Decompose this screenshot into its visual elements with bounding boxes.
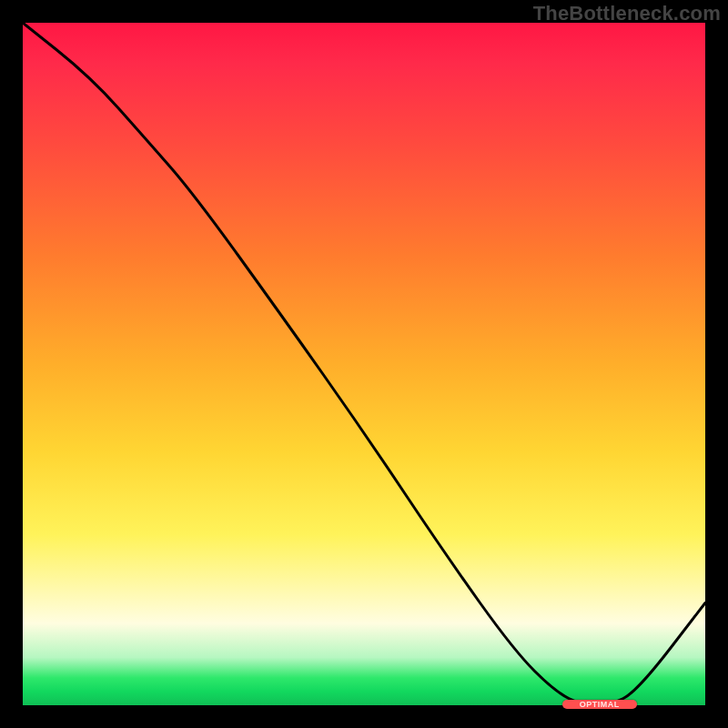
plot-area: OPTIMAL: [23, 23, 705, 705]
optimal-marker-label: OPTIMAL: [580, 700, 620, 709]
bottleneck-curve: [23, 23, 705, 705]
chart-frame: TheBottleneck.com OPTIMAL: [0, 0, 728, 728]
